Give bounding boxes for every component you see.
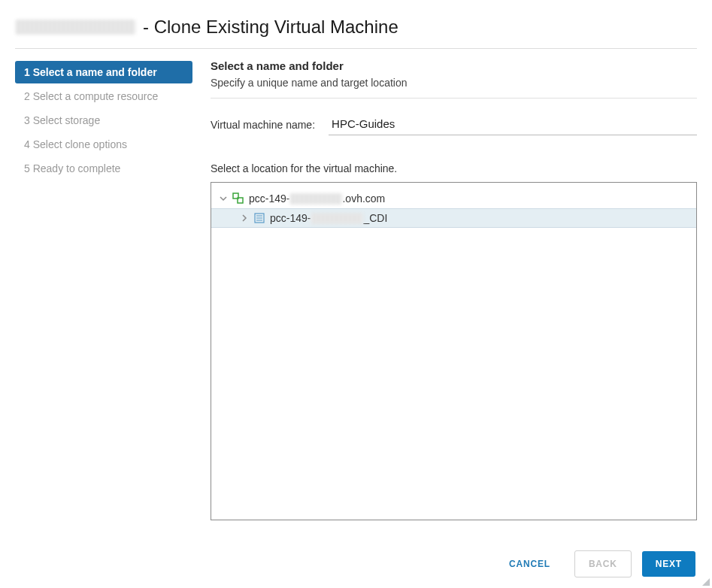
panel-subtitle: Specify a unique name and target locatio… [211,72,697,99]
vm-name-input[interactable] [329,114,697,135]
chevron-down-icon[interactable] [219,194,228,203]
next-button[interactable]: NEXT [642,551,695,577]
tree-node-label: pcc-149-_CDI [270,212,387,225]
chevron-right-icon[interactable] [240,214,249,223]
source-vm-name-redacted [15,20,135,35]
panel-title: Select a name and folder [211,59,697,72]
step-4-select-clone-options[interactable]: 4 Select clone options [15,133,192,156]
cancel-button[interactable]: CANCEL [495,551,564,577]
step-panel: Select a name and folder Specify a uniqu… [192,58,697,520]
redacted-host-segment [311,213,363,224]
step-3-select-storage[interactable]: 3 Select storage [15,109,192,132]
location-label: Select a location for the virtual machin… [211,162,697,174]
wizard-steps: 1 Select a name and folder 2 Select a co… [15,58,192,520]
tree-node-label: pcc-149-.ovh.com [249,192,385,205]
redacted-host-segment [289,193,342,205]
back-button[interactable]: BACK [574,550,632,577]
tree-node-vcenter[interactable]: pcc-149-.ovh.com [211,189,696,208]
vcenter-icon [232,192,244,205]
wizard-header: - Clone Existing Virtual Machine [15,12,697,49]
wizard-footer: CANCEL BACK NEXT [495,550,695,577]
tree-node-datacenter[interactable]: pcc-149-_CDI [211,208,696,228]
vm-name-label: Virtual machine name: [211,119,315,131]
location-tree[interactable]: pcc-149-.ovh.com [211,182,697,520]
step-2-select-compute-resource[interactable]: 2 Select a compute resource [15,85,192,108]
step-1-select-name-folder[interactable]: 1 Select a name and folder [15,61,192,83]
datacenter-icon [253,212,265,224]
resize-grip-icon[interactable] [702,578,710,586]
step-5-ready-to-complete[interactable]: 5 Ready to complete [15,157,192,180]
wizard-title: - Clone Existing Virtual Machine [143,17,398,38]
